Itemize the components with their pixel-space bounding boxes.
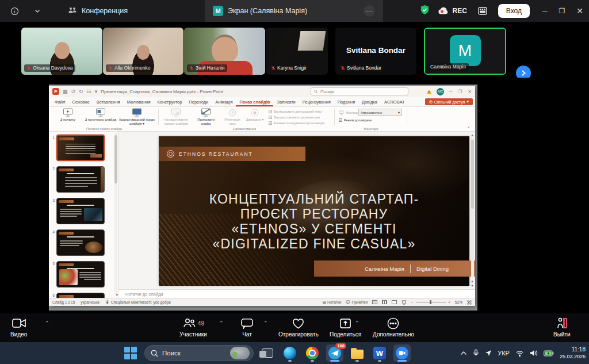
zoom-app-button[interactable] bbox=[393, 344, 411, 362]
language-indicator[interactable]: українська bbox=[81, 300, 99, 304]
tab-acrobat[interactable]: ACROBAT bbox=[381, 98, 408, 106]
taskbar-search[interactable]: Поиск bbox=[144, 345, 254, 361]
speaker-icon[interactable] bbox=[530, 350, 538, 357]
share-chevron-icon[interactable]: ⌃ bbox=[355, 320, 359, 326]
participant-tile-alla[interactable]: Alla Okhrimenko bbox=[103, 28, 183, 75]
comments-toggle-button[interactable]: Примітки bbox=[346, 300, 368, 304]
reading-view-button[interactable] bbox=[392, 300, 397, 304]
video-options-chevron-icon[interactable]: ⌃ bbox=[45, 320, 49, 326]
file-explorer-button[interactable] bbox=[349, 344, 366, 362]
ppt-search-box[interactable]: Пошук bbox=[311, 87, 408, 95]
slide-thumbnail-1[interactable]: 1 bbox=[50, 135, 105, 161]
chevron-down-icon[interactable] bbox=[30, 3, 45, 18]
thumbnail-scroll-down-icon[interactable]: ▾ bbox=[116, 293, 118, 297]
leave-meeting-button[interactable]: Выйти bbox=[553, 316, 571, 338]
location-arrow-icon[interactable] bbox=[485, 350, 492, 357]
notes-pane[interactable]: Нотатки до слайда bbox=[118, 289, 475, 298]
accessibility-status[interactable]: Спеціальні можливості: усе добре bbox=[105, 300, 171, 305]
tab-draw[interactable]: Малювання bbox=[124, 98, 154, 106]
zoom-slider[interactable]: − + bbox=[411, 300, 450, 304]
tab-transitions[interactable]: Переходи bbox=[185, 98, 212, 106]
setup-slideshow-button-disabled[interactable]: Налаштування показу слайдів bbox=[162, 108, 190, 125]
encryption-shield-icon[interactable] bbox=[420, 5, 430, 17]
from-beginning-button[interactable]: З початку bbox=[53, 108, 82, 122]
participant-tile-karyna[interactable]: Karyna Snigir bbox=[266, 28, 328, 75]
next-slide-icon[interactable]: ▾ bbox=[471, 283, 473, 288]
previous-slide-icon[interactable]: ▴ bbox=[471, 279, 473, 283]
slide-thumbnail-5[interactable]: 5 bbox=[50, 261, 105, 288]
ppt-minimize-button[interactable]: ─ bbox=[449, 89, 452, 94]
zoom-out-icon[interactable]: − bbox=[411, 300, 414, 304]
slide-thumbnail-2[interactable]: 2 bbox=[50, 166, 105, 193]
microphone-tray-icon[interactable] bbox=[473, 349, 479, 357]
tab-insert[interactable]: Вставлення bbox=[93, 98, 124, 106]
canvas-scrollbar[interactable]: ▴ ▴ ▾ bbox=[470, 133, 475, 288]
monitor-dropdown[interactable]: Автоматично▾ bbox=[358, 109, 402, 116]
react-button[interactable]: Отреагировать bbox=[278, 316, 319, 338]
participant-tile-mariia-active-speaker[interactable]: M Салявіна Марія bbox=[424, 28, 506, 75]
battery-charging-icon[interactable] bbox=[544, 350, 554, 357]
tab-animations[interactable]: Анімація bbox=[212, 98, 236, 106]
autosave-icon[interactable]: ▦ bbox=[63, 89, 68, 94]
tab-home[interactable]: Основне bbox=[68, 98, 93, 106]
thumbnail-scrollbar[interactable] bbox=[114, 133, 117, 294]
qat-customize-chevron-icon[interactable]: ▾ bbox=[95, 89, 98, 94]
tab-file[interactable]: Файл bbox=[51, 98, 68, 106]
account-avatar[interactable]: МС bbox=[437, 88, 444, 95]
tab-record[interactable]: Записати bbox=[273, 98, 299, 106]
share-document-button[interactable]: Спільний доступ ▾ bbox=[425, 98, 473, 105]
tab-design[interactable]: Конструктор bbox=[154, 98, 186, 106]
checkbox-use-timings[interactable]: ✓ Використовувати хронометраж bbox=[269, 116, 320, 119]
wifi-icon[interactable] bbox=[515, 350, 524, 357]
tab-help[interactable]: Довідка bbox=[358, 98, 381, 106]
checkbox-presenter-view[interactable]: ✓ Режим доповідача bbox=[339, 118, 372, 122]
slide-thumbnail-4[interactable]: 4 bbox=[50, 229, 105, 256]
checkbox-play-narration[interactable]: ✓ Відтворювати дикторський текст bbox=[269, 110, 322, 113]
participant-tile-nataliia[interactable]: Зікій Наталія bbox=[184, 28, 265, 75]
tab-conference[interactable]: Конференция bbox=[60, 0, 136, 22]
scroll-up-icon[interactable]: ▴ bbox=[471, 133, 473, 137]
share-screen-button[interactable]: Поделиться bbox=[330, 316, 361, 338]
start-presentation-icon[interactable]: 𝍖 bbox=[87, 89, 91, 94]
chat-chevron-icon[interactable]: ⌃ bbox=[263, 320, 268, 326]
zoom-level[interactable]: 52% bbox=[455, 300, 462, 304]
tray-expand-chevron-icon[interactable] bbox=[460, 351, 467, 355]
from-current-slide-button[interactable]: З поточного слайда bbox=[85, 108, 117, 122]
redo-icon[interactable]: ↻ bbox=[79, 89, 83, 94]
participant-tile-oksana[interactable]: Oksana Davydova bbox=[21, 28, 102, 75]
task-view-button[interactable] bbox=[259, 344, 276, 362]
more-button[interactable]: Дополнительно bbox=[373, 316, 414, 338]
participant-tile-svitlana[interactable]: Svitlana Bondar Svitlana Bondar bbox=[335, 28, 416, 75]
tab-review[interactable]: Рецензування bbox=[299, 98, 334, 106]
login-button[interactable]: Вход bbox=[498, 4, 530, 18]
collapse-ribbon-chevron-icon[interactable]: ⌄ bbox=[466, 124, 471, 129]
normal-view-button[interactable] bbox=[372, 300, 377, 304]
taskbar-clock[interactable]: 11:18 25.03.2026 bbox=[560, 346, 586, 360]
zoom-in-icon[interactable]: + bbox=[448, 300, 450, 304]
current-slide[interactable]: ETHNOS RESTAURANT КОНЦЕПТУАЛЬНИЙ СТАРТАП… bbox=[159, 136, 469, 286]
chat-button[interactable]: Чат bbox=[240, 316, 254, 338]
word-app-button[interactable]: W bbox=[371, 344, 388, 362]
maximize-button[interactable]: ❐ bbox=[559, 7, 565, 15]
telegram-app-button[interactable]: 168 bbox=[326, 344, 343, 362]
participants-button[interactable]: 49 Участники bbox=[179, 316, 207, 338]
tab-more-icon[interactable]: ⋯ bbox=[364, 5, 375, 17]
ppt-close-button[interactable]: ✕ bbox=[468, 89, 472, 94]
meeting-info-icon[interactable] bbox=[7, 3, 22, 18]
tab-view[interactable]: Подання bbox=[334, 98, 358, 106]
fit-to-window-icon[interactable] bbox=[467, 300, 472, 305]
slide-thumbnail-6[interactable]: 6 bbox=[50, 293, 105, 298]
recording-indicator[interactable]: REC bbox=[438, 7, 466, 15]
tab-slideshow-active[interactable]: Показ слайдів bbox=[236, 98, 273, 106]
chrome-app-button[interactable] bbox=[304, 344, 321, 362]
undo-icon[interactable]: ↺ bbox=[71, 89, 76, 94]
slide-thumbnail-3[interactable]: 3 bbox=[50, 198, 105, 224]
gallery-view-icon[interactable] bbox=[475, 3, 490, 18]
hide-slide-button[interactable]: Приховати слайд bbox=[193, 108, 219, 125]
edge-app-button[interactable] bbox=[281, 344, 299, 362]
record-button-disabled[interactable]: Записати ▾ bbox=[246, 108, 264, 122]
language-indicator[interactable]: УКР bbox=[498, 350, 510, 357]
warning-icon[interactable] bbox=[426, 89, 432, 94]
notes-toggle-button[interactable]: ▤Нотатки bbox=[323, 300, 342, 305]
participants-chevron-icon[interactable]: ⌃ bbox=[219, 320, 224, 326]
